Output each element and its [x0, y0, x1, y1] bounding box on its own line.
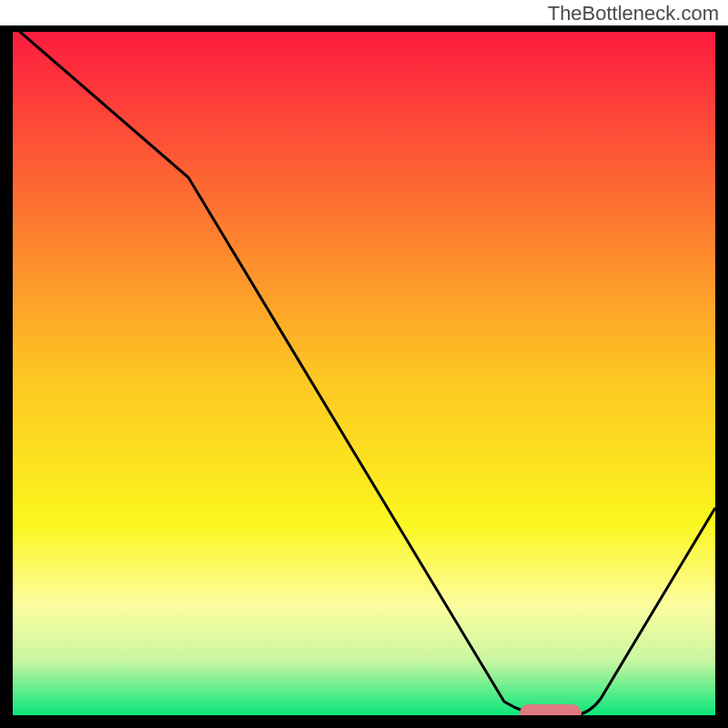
bottleneck-chart: [0, 25, 728, 728]
chart-gradient-bg: [13, 25, 715, 715]
chart-svg: [0, 25, 728, 728]
watermark-label: TheBottleneck.com: [548, 2, 719, 25]
